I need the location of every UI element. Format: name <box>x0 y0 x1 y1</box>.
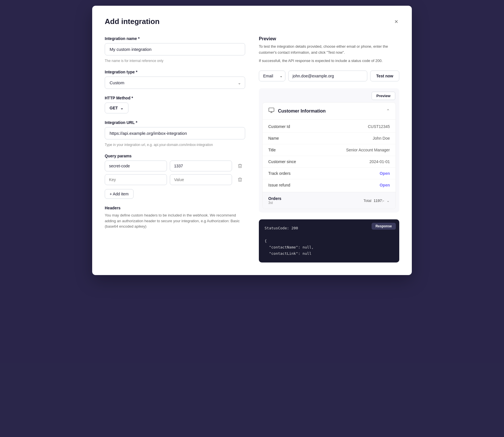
info-row-issue-refund: Issue refund Open <box>263 179 396 191</box>
query-param-key-2[interactable] <box>105 174 167 185</box>
integration-url-input[interactable] <box>105 127 245 139</box>
contact-type-select[interactable]: Email Phone <box>259 71 285 81</box>
orders-total-label: Total <box>364 199 371 203</box>
info-label-track-orders: Track orders <box>268 171 291 176</box>
chevron-up-icon: ⌃ <box>386 108 390 114</box>
delete-param-button-1[interactable] <box>235 163 245 169</box>
query-param-row <box>105 161 245 171</box>
integration-name-hint: The name is for internal reference only <box>105 59 245 63</box>
customer-info-card: Customer Information ⌃ Customer Id CUST1… <box>262 102 396 209</box>
info-label-customer-since: Customer since <box>268 159 296 164</box>
headers-section: Headers You may define custom headers to… <box>105 206 245 229</box>
orders-row: Orders 3st Total 1197:- ⌄ <box>263 192 396 209</box>
query-param-value-1[interactable] <box>170 161 232 171</box>
info-label-title: Title <box>268 148 276 152</box>
integration-type-label: Integration type * <box>105 70 245 74</box>
headers-label: Headers <box>105 206 245 210</box>
query-params-group: Query params <box>105 154 245 199</box>
info-label-name: Name <box>268 136 279 141</box>
right-column: Preview To test the integration details … <box>259 36 399 262</box>
query-param-row <box>105 174 245 185</box>
preview-section: Preview To test the integration details … <box>259 36 399 64</box>
http-method-wrapper: GET ⌄ <box>105 103 245 113</box>
add-integration-modal: Add integration × Integration name * The… <box>92 6 412 275</box>
customer-info-icon <box>268 107 275 115</box>
http-method-value: GET <box>110 106 118 110</box>
info-value-customer-since: 2024-01-01 <box>369 159 390 164</box>
integration-type-select[interactable]: Custom Webhook REST API <box>105 77 245 89</box>
query-param-value-2[interactable] <box>170 174 232 185</box>
info-label-issue-refund: Issue refund <box>268 183 290 187</box>
integration-url-group: Integration URL * Type in your integrati… <box>105 120 245 147</box>
integration-name-input[interactable] <box>105 43 245 55</box>
query-params-label: Query params <box>105 154 245 158</box>
info-row-title: Title Senior Account Manager <box>263 144 396 156</box>
add-item-button[interactable]: + Add item <box>105 189 134 199</box>
chevron-down-icon: ⌄ <box>120 106 124 110</box>
response-code: StatusCode: 200 { "contactName": null, "… <box>265 225 394 256</box>
modal-overlay: Add integration × Integration name * The… <box>0 0 504 437</box>
chevron-down-icon: ⌄ <box>386 198 390 203</box>
customer-info-rows: Customer Id CUST12345 Name John Doe Titl… <box>263 120 396 192</box>
info-row-track-orders: Track orders Open <box>263 168 396 179</box>
modal-body: Integration name * The name is for inter… <box>105 36 399 262</box>
modal-title: Add integration <box>105 17 160 26</box>
orders-total-value: 1197:- <box>374 199 384 203</box>
info-row-customer-id: Customer Id CUST12345 <box>263 121 396 133</box>
customer-info-title: Customer Information <box>278 109 326 114</box>
info-value-name: John Doe <box>373 136 390 141</box>
info-row-customer-since: Customer since 2024-01-01 <box>263 156 396 168</box>
info-value-track-orders[interactable]: Open <box>380 171 390 176</box>
info-value-title: Senior Account Manager <box>346 148 390 152</box>
preview-title: Preview <box>259 36 399 41</box>
query-params-section <box>105 161 245 185</box>
orders-title: Orders <box>268 196 281 201</box>
preview-desc-1: To test the integration details provided… <box>259 44 399 56</box>
headers-hint: You may define custom headers to be incl… <box>105 213 245 229</box>
integration-type-select-wrapper: Custom Webhook REST API ⌄ <box>105 77 245 89</box>
preview-panel: Preview <box>259 88 399 213</box>
integration-name-group: Integration name * The name is for inter… <box>105 36 245 63</box>
test-now-button[interactable]: Test now <box>370 71 399 81</box>
orders-sub: 3st <box>268 201 281 205</box>
delete-param-button-2[interactable] <box>235 177 245 182</box>
svg-rect-0 <box>269 108 274 112</box>
customer-info-title-row: Customer Information <box>268 107 326 115</box>
http-method-button[interactable]: GET ⌄ <box>105 103 128 113</box>
left-column: Integration name * The name is for inter… <box>105 36 245 262</box>
query-param-key-1[interactable] <box>105 161 167 171</box>
http-method-group: HTTP Method * GET ⌄ <box>105 96 245 113</box>
info-label-customer-id: Customer Id <box>268 124 290 129</box>
integration-url-hint: Type in your integration url, e.g. api.y… <box>105 143 245 147</box>
orders-left: Orders 3st <box>268 196 281 205</box>
preview-tab-button[interactable]: Preview <box>372 92 395 100</box>
info-value-issue-refund[interactable]: Open <box>380 183 390 187</box>
contact-email-input[interactable] <box>288 71 367 81</box>
orders-right: Total 1197:- ⌄ <box>364 198 390 203</box>
integration-name-label: Integration name * <box>105 36 245 41</box>
test-row: Email Phone ⌄ Test now <box>259 71 399 81</box>
response-panel: Response StatusCode: 200 { "contactName"… <box>259 219 399 262</box>
response-tab-button[interactable]: Response <box>372 223 396 230</box>
info-row-name: Name John Doe <box>263 133 396 144</box>
email-select-wrapper: Email Phone ⌄ <box>259 71 285 81</box>
http-method-label: HTTP Method * <box>105 96 245 100</box>
preview-desc-2: If successfull, the API response is expe… <box>259 58 399 64</box>
integration-type-group: Integration type * Custom Webhook REST A… <box>105 70 245 89</box>
close-button[interactable]: × <box>393 17 399 26</box>
modal-header: Add integration × <box>105 17 399 26</box>
info-value-customer-id: CUST12345 <box>368 124 390 129</box>
integration-url-label: Integration URL * <box>105 120 245 125</box>
customer-info-header: Customer Information ⌃ <box>263 103 396 120</box>
preview-panel-header: Preview <box>259 88 399 102</box>
